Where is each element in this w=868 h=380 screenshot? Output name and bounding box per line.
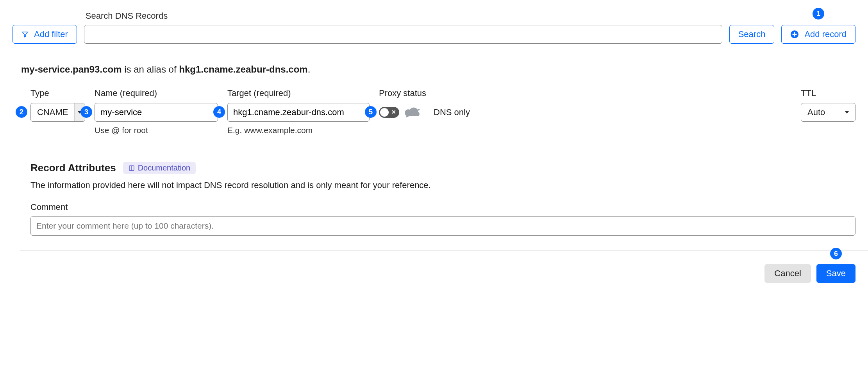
target-field: 4 Target (required) E.g. www.example.com bbox=[227, 88, 370, 135]
summary-middle: is an alias of bbox=[121, 64, 179, 75]
save-label: Save bbox=[826, 268, 846, 278]
search-input[interactable] bbox=[84, 25, 722, 44]
search-label: Search DNS Records bbox=[86, 11, 722, 21]
add-filter-button[interactable]: Add filter bbox=[13, 25, 77, 44]
step-badge-6: 6 bbox=[830, 248, 842, 259]
comment-input[interactable] bbox=[30, 216, 855, 236]
ttl-value: Auto bbox=[807, 107, 825, 117]
cancel-label: Cancel bbox=[774, 268, 801, 278]
type-label: Type bbox=[30, 88, 85, 98]
name-label: Name (required) bbox=[95, 88, 218, 98]
step-badge-3: 3 bbox=[80, 106, 92, 118]
save-wrap: 6 Save bbox=[816, 264, 855, 283]
name-input[interactable] bbox=[95, 103, 218, 122]
add-record-button[interactable]: Add record bbox=[781, 25, 855, 44]
toggle-x-icon: ✕ bbox=[391, 109, 396, 115]
type-select[interactable]: CNAME bbox=[30, 103, 85, 122]
type-field: Type CNAME bbox=[30, 88, 85, 122]
attrs-description: The information provided here will not i… bbox=[30, 180, 855, 190]
add-filter-label: Add filter bbox=[34, 29, 68, 39]
proxy-text: DNS only bbox=[434, 107, 470, 117]
search-button-label: Search bbox=[738, 29, 766, 39]
ttl-select[interactable]: Auto bbox=[801, 103, 855, 122]
summary-tail: . bbox=[308, 64, 311, 75]
documentation-link[interactable]: Documentation bbox=[123, 162, 196, 174]
add-record-wrap: 1 Add record bbox=[781, 25, 855, 44]
toggle-knob bbox=[380, 108, 389, 117]
search-wrap bbox=[84, 25, 722, 44]
search-block: Search DNS Records bbox=[84, 11, 722, 44]
summary-target: hkg1.cname.zeabur-dns.com bbox=[179, 64, 307, 75]
cloud-icon bbox=[405, 107, 421, 118]
target-label: Target (required) bbox=[227, 88, 370, 98]
target-input[interactable] bbox=[227, 103, 370, 122]
plus-circle-icon bbox=[790, 30, 799, 39]
record-attributes: Record Attributes Documentation The info… bbox=[30, 162, 855, 236]
book-icon bbox=[129, 165, 135, 171]
cancel-button[interactable]: Cancel bbox=[764, 264, 811, 283]
summary-domain: my-service.pan93.com bbox=[21, 64, 121, 75]
attrs-heading-row: Record Attributes Documentation bbox=[30, 162, 855, 174]
footer-row: Cancel 6 Save bbox=[30, 264, 855, 283]
filter-icon bbox=[21, 31, 29, 38]
add-record-label: Add record bbox=[804, 29, 847, 39]
divider bbox=[20, 250, 868, 251]
name-hint: Use @ for root bbox=[95, 126, 218, 135]
proxy-label: Proxy status bbox=[379, 88, 481, 98]
target-hint: E.g. www.example.com bbox=[227, 126, 370, 135]
ttl-field: TTL Auto bbox=[801, 88, 855, 122]
top-bar: Add filter Search DNS Records Search 1 A… bbox=[13, 11, 855, 44]
proxy-field: 5 Proxy status ✕ DNS only bbox=[379, 88, 481, 122]
ttl-label: TTL bbox=[801, 88, 855, 98]
attrs-heading: Record Attributes bbox=[30, 162, 116, 174]
name-field: 3 Name (required) Use @ for root bbox=[95, 88, 218, 135]
save-button[interactable]: Save bbox=[816, 264, 855, 283]
chevron-down-icon bbox=[844, 110, 850, 114]
step-badge-5: 5 bbox=[365, 106, 377, 118]
record-summary: my-service.pan93.com is an alias of hkg1… bbox=[21, 64, 855, 75]
record-form: 2 Type CNAME 3 Name (required) Use @ for… bbox=[13, 88, 855, 135]
step-badge-2: 2 bbox=[16, 106, 27, 118]
proxy-toggle[interactable]: ✕ bbox=[379, 107, 399, 118]
documentation-label: Documentation bbox=[138, 163, 191, 172]
step-badge-4: 4 bbox=[213, 106, 225, 118]
proxy-row: ✕ DNS only bbox=[379, 103, 481, 122]
comment-label: Comment bbox=[30, 202, 855, 212]
type-value: CNAME bbox=[31, 103, 74, 121]
divider bbox=[20, 150, 868, 150]
step-badge-1: 1 bbox=[813, 8, 824, 20]
search-button[interactable]: Search bbox=[729, 25, 775, 44]
